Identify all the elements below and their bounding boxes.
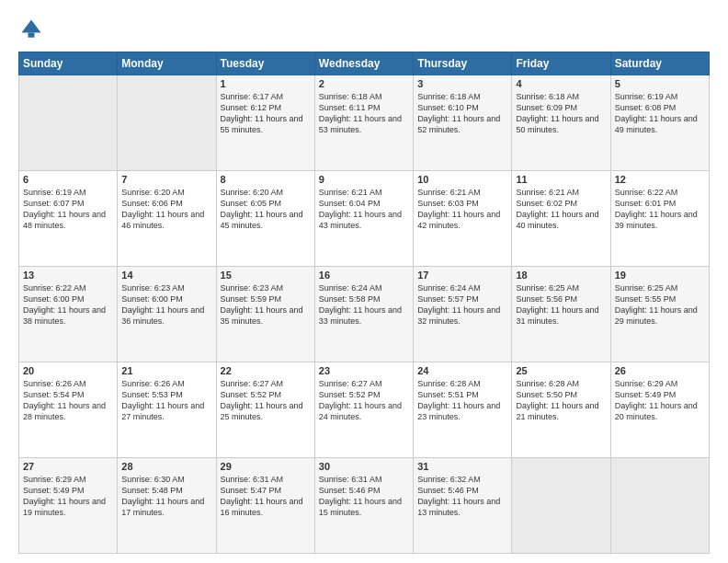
day-info: Sunrise: 6:26 AM Sunset: 5:53 PM Dayligh… <box>121 378 211 423</box>
day-info: Sunrise: 6:29 AM Sunset: 5:49 PM Dayligh… <box>23 474 113 519</box>
day-number: 29 <box>221 461 311 472</box>
calendar-cell: 4Sunrise: 6:18 AM Sunset: 6:09 PM Daylig… <box>512 75 610 171</box>
day-number: 3 <box>417 78 507 89</box>
day-number: 20 <box>23 365 113 376</box>
calendar-cell: 22Sunrise: 6:27 AM Sunset: 5:52 PM Dayli… <box>216 362 314 458</box>
day-info: Sunrise: 6:28 AM Sunset: 5:50 PM Dayligh… <box>516 378 606 423</box>
week-row-1: 1Sunrise: 6:17 AM Sunset: 6:12 PM Daylig… <box>19 75 710 171</box>
day-info: Sunrise: 6:29 AM Sunset: 5:49 PM Dayligh… <box>615 378 705 423</box>
weekday-header-monday: Monday <box>118 52 216 75</box>
day-info: Sunrise: 6:31 AM Sunset: 5:47 PM Dayligh… <box>221 474 311 519</box>
day-number: 26 <box>615 365 705 376</box>
calendar-cell <box>512 458 610 554</box>
day-number: 22 <box>221 365 311 376</box>
calendar-cell: 12Sunrise: 6:22 AM Sunset: 6:01 PM Dayli… <box>610 171 709 267</box>
day-info: Sunrise: 6:23 AM Sunset: 5:59 PM Dayligh… <box>221 282 311 327</box>
day-number: 21 <box>121 365 211 376</box>
week-row-5: 27Sunrise: 6:29 AM Sunset: 5:49 PM Dayli… <box>19 458 710 554</box>
calendar-cell: 19Sunrise: 6:25 AM Sunset: 5:55 PM Dayli… <box>610 267 709 362</box>
day-number: 17 <box>417 270 507 281</box>
day-info: Sunrise: 6:27 AM Sunset: 5:52 PM Dayligh… <box>319 378 409 423</box>
day-number: 23 <box>319 365 409 376</box>
calendar-cell: 26Sunrise: 6:29 AM Sunset: 5:49 PM Dayli… <box>610 362 709 458</box>
calendar-cell: 5Sunrise: 6:19 AM Sunset: 6:08 PM Daylig… <box>610 75 709 171</box>
day-info: Sunrise: 6:26 AM Sunset: 5:54 PM Dayligh… <box>23 378 113 423</box>
day-info: Sunrise: 6:19 AM Sunset: 6:08 PM Dayligh… <box>615 91 705 136</box>
day-info: Sunrise: 6:22 AM Sunset: 6:00 PM Dayligh… <box>23 282 113 327</box>
calendar-cell: 30Sunrise: 6:31 AM Sunset: 5:46 PM Dayli… <box>314 458 413 554</box>
calendar-cell: 24Sunrise: 6:28 AM Sunset: 5:51 PM Dayli… <box>414 362 512 458</box>
calendar-cell: 8Sunrise: 6:20 AM Sunset: 6:05 PM Daylig… <box>216 171 314 267</box>
weekday-header-wednesday: Wednesday <box>314 52 413 75</box>
day-info: Sunrise: 6:19 AM Sunset: 6:07 PM Dayligh… <box>23 187 113 232</box>
calendar-cell <box>19 75 118 171</box>
day-info: Sunrise: 6:21 AM Sunset: 6:02 PM Dayligh… <box>516 187 606 232</box>
calendar-cell: 3Sunrise: 6:18 AM Sunset: 6:10 PM Daylig… <box>414 75 512 171</box>
day-number: 12 <box>615 174 705 185</box>
calendar-cell: 15Sunrise: 6:23 AM Sunset: 5:59 PM Dayli… <box>216 267 314 362</box>
day-number: 24 <box>417 365 507 376</box>
calendar-cell: 20Sunrise: 6:26 AM Sunset: 5:54 PM Dayli… <box>19 362 118 458</box>
calendar-cell: 18Sunrise: 6:25 AM Sunset: 5:56 PM Dayli… <box>512 267 610 362</box>
day-number: 8 <box>221 174 311 185</box>
day-info: Sunrise: 6:27 AM Sunset: 5:52 PM Dayligh… <box>221 378 311 423</box>
svg-rect-1 <box>28 33 35 38</box>
logo-icon <box>18 17 44 42</box>
week-row-2: 6Sunrise: 6:19 AM Sunset: 6:07 PM Daylig… <box>19 171 710 267</box>
calendar-cell: 6Sunrise: 6:19 AM Sunset: 6:07 PM Daylig… <box>19 171 118 267</box>
svg-marker-0 <box>22 20 41 33</box>
day-number: 4 <box>516 78 606 89</box>
day-number: 19 <box>615 270 705 281</box>
calendar-cell: 9Sunrise: 6:21 AM Sunset: 6:04 PM Daylig… <box>314 171 413 267</box>
day-info: Sunrise: 6:23 AM Sunset: 6:00 PM Dayligh… <box>121 282 211 327</box>
weekday-header-saturday: Saturday <box>610 52 709 75</box>
day-number: 30 <box>319 461 409 472</box>
calendar-cell: 10Sunrise: 6:21 AM Sunset: 6:03 PM Dayli… <box>414 171 512 267</box>
weekday-header-sunday: Sunday <box>19 52 118 75</box>
calendar-cell: 31Sunrise: 6:32 AM Sunset: 5:46 PM Dayli… <box>414 458 512 554</box>
day-number: 10 <box>417 174 507 185</box>
day-info: Sunrise: 6:25 AM Sunset: 5:56 PM Dayligh… <box>516 282 606 327</box>
calendar-cell: 21Sunrise: 6:26 AM Sunset: 5:53 PM Dayli… <box>118 362 216 458</box>
header <box>18 17 710 42</box>
day-info: Sunrise: 6:18 AM Sunset: 6:09 PM Dayligh… <box>516 91 606 136</box>
calendar-cell: 29Sunrise: 6:31 AM Sunset: 5:47 PM Dayli… <box>216 458 314 554</box>
week-row-4: 20Sunrise: 6:26 AM Sunset: 5:54 PM Dayli… <box>19 362 710 458</box>
day-info: Sunrise: 6:18 AM Sunset: 6:11 PM Dayligh… <box>319 91 409 136</box>
day-info: Sunrise: 6:20 AM Sunset: 6:06 PM Dayligh… <box>121 187 211 232</box>
day-info: Sunrise: 6:18 AM Sunset: 6:10 PM Dayligh… <box>417 91 507 136</box>
calendar-cell: 23Sunrise: 6:27 AM Sunset: 5:52 PM Dayli… <box>314 362 413 458</box>
day-info: Sunrise: 6:31 AM Sunset: 5:46 PM Dayligh… <box>319 474 409 519</box>
day-number: 1 <box>221 78 311 89</box>
calendar-cell: 27Sunrise: 6:29 AM Sunset: 5:49 PM Dayli… <box>19 458 118 554</box>
day-info: Sunrise: 6:30 AM Sunset: 5:48 PM Dayligh… <box>121 474 211 519</box>
calendar-cell: 7Sunrise: 6:20 AM Sunset: 6:06 PM Daylig… <box>118 171 216 267</box>
day-info: Sunrise: 6:20 AM Sunset: 6:05 PM Dayligh… <box>221 187 311 232</box>
day-number: 5 <box>615 78 705 89</box>
day-number: 31 <box>417 461 507 472</box>
weekday-header-row: SundayMondayTuesdayWednesdayThursdayFrid… <box>19 52 710 75</box>
calendar-cell <box>610 458 709 554</box>
day-info: Sunrise: 6:17 AM Sunset: 6:12 PM Dayligh… <box>221 91 311 136</box>
day-info: Sunrise: 6:24 AM Sunset: 5:57 PM Dayligh… <box>417 282 507 327</box>
calendar-cell: 2Sunrise: 6:18 AM Sunset: 6:11 PM Daylig… <box>314 75 413 171</box>
calendar-cell: 17Sunrise: 6:24 AM Sunset: 5:57 PM Dayli… <box>414 267 512 362</box>
day-number: 14 <box>121 270 211 281</box>
day-info: Sunrise: 6:21 AM Sunset: 6:04 PM Dayligh… <box>319 187 409 232</box>
day-number: 2 <box>319 78 409 89</box>
day-number: 28 <box>121 461 211 472</box>
calendar-cell: 11Sunrise: 6:21 AM Sunset: 6:02 PM Dayli… <box>512 171 610 267</box>
day-info: Sunrise: 6:22 AM Sunset: 6:01 PM Dayligh… <box>615 187 705 232</box>
day-info: Sunrise: 6:25 AM Sunset: 5:55 PM Dayligh… <box>615 282 705 327</box>
day-number: 7 <box>121 174 211 185</box>
day-number: 27 <box>23 461 113 472</box>
logo <box>18 17 48 42</box>
day-number: 25 <box>516 365 606 376</box>
day-number: 13 <box>23 270 113 281</box>
calendar-cell: 13Sunrise: 6:22 AM Sunset: 6:00 PM Dayli… <box>19 267 118 362</box>
day-number: 11 <box>516 174 606 185</box>
day-info: Sunrise: 6:24 AM Sunset: 5:58 PM Dayligh… <box>319 282 409 327</box>
calendar-cell: 28Sunrise: 6:30 AM Sunset: 5:48 PM Dayli… <box>118 458 216 554</box>
calendar-cell: 14Sunrise: 6:23 AM Sunset: 6:00 PM Dayli… <box>118 267 216 362</box>
day-info: Sunrise: 6:21 AM Sunset: 6:03 PM Dayligh… <box>417 187 507 232</box>
